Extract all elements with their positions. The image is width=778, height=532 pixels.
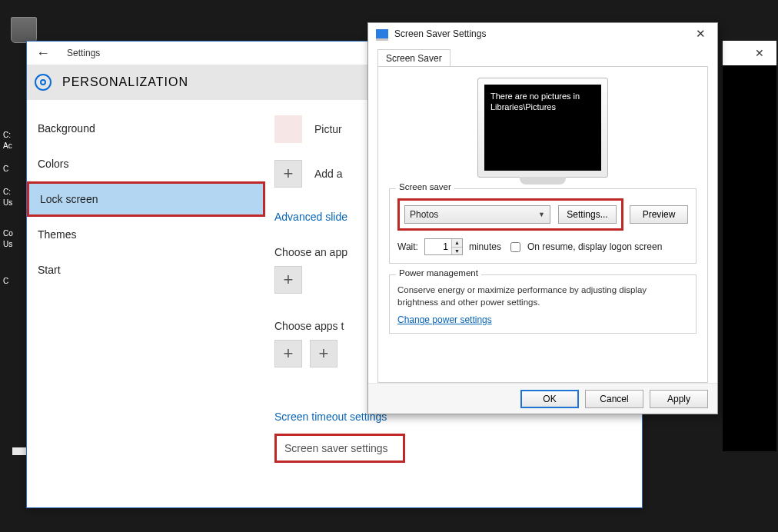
picture-label: Pictur <box>314 123 342 135</box>
gear-icon <box>35 74 52 91</box>
sidebar-item-label: Start <box>38 264 61 276</box>
close-button[interactable]: ✕ <box>691 25 710 43</box>
sidebar-item-background[interactable]: Background <box>27 111 265 146</box>
sidebar-item-colors[interactable]: Colors <box>27 146 265 181</box>
screensaver-settings-button[interactable]: Settings... <box>558 205 617 224</box>
settings-title: Settings <box>67 48 100 58</box>
tab-pane: There are no pictures in Libraries\Pictu… <box>377 66 708 383</box>
sidebar-item-label: Themes <box>38 228 77 241</box>
sidebar-item-themes[interactable]: Themes <box>27 217 265 252</box>
sidebar-item-label: Colors <box>38 158 68 170</box>
preview-screen: There are no pictures in Libraries\Pictu… <box>484 85 601 171</box>
on-resume-label: On resume, display logon screen <box>527 241 662 252</box>
group-legend: Screen saver <box>396 182 454 191</box>
screen-saver-group: Screen saver Photos ▼ Settings... Previe… <box>389 188 697 264</box>
spinner-up-icon[interactable]: ▲ <box>451 239 462 248</box>
tab-screen-saver[interactable]: Screen Saver <box>377 49 451 67</box>
sidebar-item-label: Lock screen <box>40 193 98 205</box>
picture-thumbnail[interactable] <box>274 115 302 143</box>
combo-value: Photos <box>410 209 438 220</box>
on-resume-input[interactable] <box>510 242 520 252</box>
screensaver-combo[interactable]: Photos ▼ <box>404 205 550 224</box>
minutes-label: minutes <box>469 241 501 252</box>
pm-description: Conserve energy or maximize performance … <box>397 284 688 308</box>
sidebar-item-lock-screen[interactable]: Lock screen <box>27 181 265 217</box>
screen-saver-settings-link[interactable]: Screen saver settings <box>274 434 405 463</box>
category-title: PERSONALIZATION <box>62 75 188 89</box>
power-management-group: Power management Conserve energy or maxi… <box>389 274 697 334</box>
ok-button[interactable]: OK <box>520 390 579 408</box>
settings-sidebar: Background Colors Lock screen Themes Sta… <box>27 100 265 507</box>
recycle-bin-icon[interactable] <box>11 17 37 43</box>
preview-message: There are no pictures in Libraries\Pictu… <box>490 91 580 111</box>
back-button[interactable]: ← <box>35 45 52 62</box>
apply-button[interactable]: Apply <box>650 390 708 408</box>
spinner-down-icon[interactable]: ▼ <box>451 248 462 255</box>
chevron-down-icon: ▼ <box>538 211 545 218</box>
wait-label: Wait: <box>397 241 418 252</box>
choose-apps-slot-1[interactable]: + <box>274 340 302 367</box>
preview-button[interactable]: Preview <box>630 205 688 224</box>
choose-app-button[interactable]: + <box>274 266 302 294</box>
on-resume-checkbox[interactable]: On resume, display logon screen <box>507 240 662 254</box>
screen-saver-titlebar: Screen Saver Settings ✕ <box>368 23 717 44</box>
pm-legend: Power management <box>396 268 481 278</box>
sidebar-item-label: Background <box>38 122 95 135</box>
wait-input[interactable] <box>425 239 451 254</box>
dialog-title: Screen Saver Settings <box>394 28 486 39</box>
change-power-settings-link[interactable]: Change power settings <box>397 314 492 325</box>
add-folder-button[interactable]: + <box>274 160 302 188</box>
close-icon[interactable]: ✕ <box>755 47 764 59</box>
choose-apps-slot-2[interactable]: + <box>310 340 337 367</box>
preview-monitor: There are no pictures in Libraries\Pictu… <box>477 78 608 178</box>
dialog-footer: OK Cancel Apply <box>368 383 717 414</box>
monitor-icon <box>376 29 388 38</box>
add-folder-label: Add a <box>314 168 343 180</box>
background-window: ✕ <box>723 41 776 451</box>
highlighted-controls: Photos ▼ Settings... <box>397 198 623 231</box>
wait-spinner[interactable]: ▲ ▼ <box>424 238 463 255</box>
screen-saver-dialog: Screen Saver Settings ✕ Screen Saver The… <box>367 22 718 414</box>
cancel-button[interactable]: Cancel <box>585 390 643 408</box>
sidebar-item-start[interactable]: Start <box>27 252 265 288</box>
